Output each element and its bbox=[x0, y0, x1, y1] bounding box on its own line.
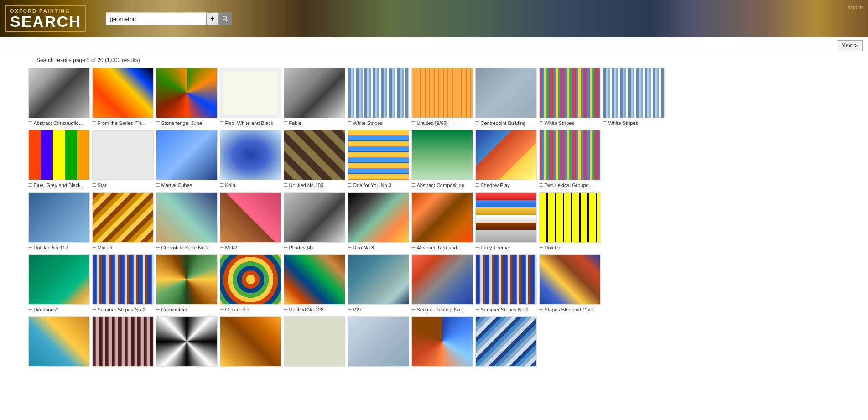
list-item[interactable]: ☰Abstract Composition bbox=[411, 130, 473, 188]
list-item[interactable]: ☰Untitled bbox=[538, 192, 601, 251]
artwork-title: V27 bbox=[353, 306, 362, 313]
list-item[interactable]: ☰One for You No.3 bbox=[347, 130, 410, 188]
artwork-type-icon: ☰ bbox=[156, 307, 160, 312]
list-item[interactable]: ☰Blue, Grey and Black... bbox=[27, 130, 90, 188]
list-item[interactable]: ☰Star bbox=[91, 130, 154, 188]
list-item[interactable]: ☰Square Painting No.1 bbox=[411, 254, 473, 313]
artwork-thumbnail bbox=[28, 254, 90, 305]
artwork-thumbnail bbox=[284, 192, 345, 243]
list-item[interactable]: ☰Abstract Constructio... bbox=[27, 68, 90, 126]
list-item[interactable]: ☰Untitled No.103 bbox=[283, 130, 346, 188]
toolbar: Next > bbox=[0, 37, 868, 54]
list-item[interactable]: ☰Red, White and Black bbox=[219, 68, 282, 126]
artwork-label: ☰Stages Blue and Gold bbox=[539, 306, 601, 313]
list-item[interactable]: ☰Two Lexical Groups... bbox=[538, 130, 601, 188]
header: OXFORD PAINTING SEARCH + sign in bbox=[0, 0, 868, 37]
artwork-label: ☰MH/2 bbox=[220, 244, 281, 251]
artwork-thumbnail bbox=[92, 254, 154, 305]
artwork-thumbnail bbox=[475, 68, 537, 118]
list-item[interactable]: ☰V27 bbox=[347, 254, 410, 313]
list-item[interactable]: ☰Commuters bbox=[155, 254, 218, 313]
artwork-title: Red, White and Black bbox=[225, 120, 274, 126]
artwork-thumbnail bbox=[92, 130, 154, 180]
artwork-type-icon: ☰ bbox=[92, 120, 96, 125]
artwork-type-icon: ☰ bbox=[411, 182, 416, 187]
search-plus-button[interactable]: + bbox=[206, 12, 219, 25]
artwork-thumbnail bbox=[92, 68, 154, 118]
list-item[interactable]: ☰Concentric bbox=[219, 254, 282, 313]
artwork-label: ☰Duo No.3 bbox=[348, 244, 409, 251]
list-item[interactable]: ☰Shadow Play bbox=[474, 130, 537, 188]
search-input[interactable] bbox=[106, 12, 206, 25]
artwork-type-icon: ☰ bbox=[411, 120, 416, 125]
list-item[interactable] bbox=[155, 316, 218, 367]
list-item[interactable] bbox=[27, 316, 90, 367]
list-item[interactable] bbox=[347, 316, 410, 367]
list-item[interactable]: ☰Martial Cubes bbox=[155, 130, 218, 188]
artwork-type-icon: ☰ bbox=[475, 245, 479, 250]
artwork-thumbnail bbox=[220, 254, 281, 305]
artwork-label: ☰Untitled No.112 bbox=[28, 244, 90, 251]
next-button[interactable]: Next > bbox=[837, 40, 863, 51]
artwork-thumbnail bbox=[603, 68, 665, 118]
list-item[interactable]: ☰Untitled No.128 bbox=[283, 254, 346, 313]
signin-link[interactable]: sign in bbox=[848, 5, 863, 10]
artwork-type-icon: ☰ bbox=[411, 245, 416, 250]
list-item[interactable] bbox=[283, 316, 346, 367]
list-item[interactable]: ☰Minuet bbox=[91, 192, 154, 251]
list-item[interactable]: ☰White Stripes bbox=[602, 68, 665, 126]
artwork-title: Köln bbox=[225, 182, 235, 188]
artwork-type-icon: ☰ bbox=[475, 307, 479, 312]
list-item[interactable]: ☰Abstract: Red and... bbox=[411, 192, 473, 251]
list-item[interactable]: ☰Stonehenge, June bbox=[155, 68, 218, 126]
list-item[interactable]: ☰Duo No.3 bbox=[347, 192, 410, 251]
artwork-thumbnail bbox=[156, 254, 218, 305]
list-item[interactable]: ☰White Stripes bbox=[347, 68, 410, 126]
list-item[interactable]: ☰Centrepoint Building bbox=[474, 68, 537, 126]
artwork-label: ☰Two Lexical Groups... bbox=[539, 182, 601, 188]
list-item[interactable]: ☰Stages Blue and Gold bbox=[538, 254, 601, 313]
list-item[interactable]: ☰Köln bbox=[219, 130, 282, 188]
artwork-title: Summer Stripes No.2 bbox=[98, 306, 146, 313]
list-item[interactable]: ☰White Stripes bbox=[538, 68, 601, 126]
artwork-type-icon: ☰ bbox=[348, 245, 352, 250]
artwork-thumbnail bbox=[92, 192, 154, 243]
list-item[interactable]: ☰Diamonds* bbox=[27, 254, 90, 313]
search-button[interactable] bbox=[219, 12, 232, 25]
list-item[interactable] bbox=[91, 316, 154, 367]
artwork-thumbnail bbox=[539, 130, 601, 180]
artwork-label: ☰Early Theme bbox=[475, 244, 537, 251]
list-item[interactable]: ☰Summer Stripes No.2 bbox=[91, 254, 154, 313]
artwork-title: Abstract Composition bbox=[417, 182, 465, 188]
list-item[interactable]: ☰Pleides (4) bbox=[283, 192, 346, 251]
artwork-label: ☰Abstract: Red and... bbox=[411, 244, 473, 251]
artwork-thumbnail bbox=[539, 254, 601, 305]
artwork-type-icon: ☰ bbox=[156, 245, 160, 250]
artwork-type-icon: ☰ bbox=[156, 120, 160, 125]
logo-box: OXFORD PAINTING SEARCH bbox=[5, 5, 86, 32]
list-item[interactable] bbox=[411, 316, 473, 367]
artwork-type-icon: ☰ bbox=[539, 245, 543, 250]
list-item[interactable] bbox=[219, 316, 282, 367]
list-item[interactable]: ☰MH/2 bbox=[219, 192, 282, 251]
list-item[interactable]: ☰Untitled No.112 bbox=[27, 192, 90, 251]
artwork-title: Untitled bbox=[545, 244, 561, 251]
artwork-label: ☰From the Series 'Tri... bbox=[92, 120, 154, 126]
artwork-type-icon: ☰ bbox=[603, 120, 607, 125]
artwork-title: Untitled [9/68] bbox=[417, 120, 448, 126]
list-item[interactable]: ☰From the Series 'Tri... bbox=[91, 68, 154, 126]
list-item[interactable]: ☰Untitled [9/68] bbox=[411, 68, 473, 126]
gallery: ☰Abstract Constructio...☰From the Series… bbox=[0, 66, 868, 379]
artwork-type-icon: ☰ bbox=[28, 120, 32, 125]
list-item[interactable]: ☰Chocolate Suite No.2... bbox=[155, 192, 218, 251]
artwork-type-icon: ☰ bbox=[220, 245, 224, 250]
logo-search: SEARCH bbox=[10, 14, 81, 29]
artwork-title: Untitled No.112 bbox=[34, 244, 68, 251]
list-item[interactable]: ☰Fable bbox=[283, 68, 346, 126]
artwork-label: ☰Summer Stripes No.2 bbox=[92, 306, 154, 313]
list-item[interactable]: ☰Summer Stripes No.2 bbox=[474, 254, 537, 313]
list-item[interactable] bbox=[474, 316, 537, 367]
artwork-title: Stonehenge, June bbox=[161, 120, 202, 126]
artwork-thumbnail bbox=[156, 192, 218, 243]
list-item[interactable]: ☰Early Theme bbox=[474, 192, 537, 251]
